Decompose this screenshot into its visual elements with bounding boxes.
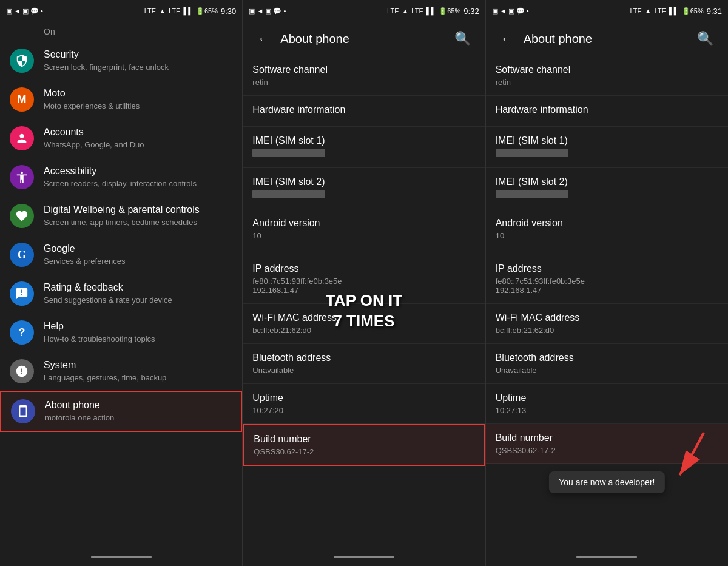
accessibility-title: Accessibility — [44, 165, 232, 178]
status-right-3: LTE ▲ LTE ▌▌ 🔋65% 9:31 — [630, 7, 722, 16]
about-item-hardware-2[interactable]: Hardware information — [486, 96, 728, 127]
about-phone-title: About phone — [45, 399, 231, 412]
search-button-3[interactable]: 🔍 — [692, 26, 718, 52]
about-item-bluetooth-1[interactable]: Bluetooth address Unavailable — [243, 344, 485, 384]
imei1-redacted-2 — [496, 149, 568, 157]
about-item-imei1-1[interactable]: IMEI (SIM slot 1) — [243, 127, 485, 168]
status-right-2: LTE ▲ LTE ▌▌ 🔋65% 9:32 — [387, 7, 479, 16]
screen-container: ▣ ◄ ▣ 💬 • LTE ▲ LTE ▌▌ 🔋65% 9:30 On Secu — [0, 0, 728, 566]
app-bar-2: ← About phone 🔍 — [243, 22, 485, 56]
about-item-build-2[interactable]: Build number QSBS30.62-17-2 — [486, 424, 728, 464]
security-title: Security — [44, 49, 232, 61]
wifi-value-2: bc:ff:eb:21:62:d0 — [496, 326, 718, 335]
lte2-icon-3: LTE — [655, 7, 666, 15]
moto-subtitle: Moto experiences & utilities — [44, 101, 232, 112]
about-list-1[interactable]: Software channel retin Hardware informat… — [243, 56, 485, 548]
nav-pill-1 — [91, 556, 152, 558]
software-channel-title-1: Software channel — [252, 64, 475, 75]
settings-item-moto[interactable]: M Moto Moto experiences & utilities — [0, 80, 242, 119]
google-text: Google Services & preferences — [44, 243, 232, 267]
build-title-1: Build number — [254, 434, 474, 445]
digital-wellbeing-icon — [10, 204, 34, 228]
divider-2 — [486, 252, 728, 252]
status-icons-3: ▣ ◄ ▣ 💬 • — [492, 7, 529, 15]
panel-settings-main: ▣ ◄ ▣ 💬 • LTE ▲ LTE ▌▌ 🔋65% 9:30 On Secu — [0, 0, 243, 566]
about-item-wifi-1[interactable]: Wi-Fi MAC address bc:ff:eb:21:62:d0 — [243, 304, 485, 344]
imei1-value-2 — [496, 149, 718, 159]
system-text: System Languages, gestures, time, backup — [44, 359, 232, 383]
app-bar-title-3: About phone — [524, 32, 692, 46]
settings-item-system[interactable]: System Languages, gestures, time, backup — [0, 352, 242, 391]
status-bar-2: ▣ ◄ ▣ 💬 • LTE ▲ LTE ▌▌ 🔋65% 9:32 — [243, 0, 485, 22]
help-title: Help — [44, 320, 232, 333]
system-title: System — [44, 359, 232, 372]
system-subtitle: Languages, gestures, time, backup — [44, 373, 232, 383]
about-item-ip-2[interactable]: IP address fe80::7c51:93ff:fe0b:3e5e 192… — [486, 255, 728, 304]
settings-item-help[interactable]: ? Help How-to & troubleshooting topics — [0, 313, 242, 352]
about-item-software-channel-2[interactable]: Software channel retin — [486, 56, 728, 96]
nav-bar-1 — [0, 548, 242, 566]
build-title-2: Build number — [496, 433, 718, 443]
about-item-imei2-2[interactable]: IMEI (SIM slot 2) — [486, 168, 728, 209]
bluetooth-value-2: Unavailable — [496, 366, 718, 375]
settings-item-rating-feedback[interactable]: Rating & feedback Send suggestions & rat… — [0, 274, 242, 313]
about-item-hardware-1[interactable]: Hardware information — [243, 96, 485, 127]
wifi-value-1: bc:ff:eb:21:62:d0 — [252, 326, 475, 335]
about-item-wifi-2[interactable]: Wi-Fi MAC address bc:ff:eb:21:62:d0 — [486, 304, 728, 344]
status-time-1: 9:30 — [221, 7, 236, 16]
about-item-imei2-1[interactable]: IMEI (SIM slot 2) — [243, 168, 485, 209]
lte-icon-3: LTE — [630, 7, 641, 15]
help-subtitle: How-to & troubleshooting topics — [44, 334, 232, 345]
rating-feedback-text: Rating & feedback Send suggestions & rat… — [44, 281, 232, 306]
imei1-title-2: IMEI (SIM slot 1) — [496, 135, 718, 146]
ip-value-1: fe80::7c51:93ff:fe0b:3e5e 192.168.1.47 — [252, 277, 475, 295]
bluetooth-value-1: Unavailable — [252, 366, 475, 375]
nav-bar-2 — [243, 548, 485, 566]
accounts-title: Accounts — [44, 126, 232, 139]
about-item-android-1[interactable]: Android version 10 — [243, 209, 485, 249]
search-button-2[interactable]: 🔍 — [450, 26, 476, 52]
app-bar-title-2: About phone — [280, 32, 449, 46]
software-channel-value-2: retin — [496, 78, 718, 87]
back-button-3[interactable]: ← — [496, 26, 519, 52]
moto-icon: M — [10, 87, 34, 112]
signal-icon-2: ▌▌ — [426, 7, 436, 15]
help-text: Help How-to & troubleshooting topics — [44, 320, 232, 345]
on-text: On — [0, 22, 242, 41]
settings-list[interactable]: Security Screen lock, fingerprint, face … — [0, 41, 242, 548]
signal-icon-3: ▌▌ — [669, 7, 679, 15]
moto-text: Moto Moto experiences & utilities — [44, 87, 232, 112]
about-item-bluetooth-2[interactable]: Bluetooth address Unavailable — [486, 344, 728, 384]
settings-item-security[interactable]: Security Screen lock, fingerprint, face … — [0, 41, 242, 80]
about-item-ip-1[interactable]: IP address fe80::7c51:93ff:fe0b:3e5e 192… — [243, 255, 485, 304]
about-item-uptime-2[interactable]: Uptime 10:27:13 — [486, 384, 728, 424]
imei2-redacted-2 — [496, 190, 568, 198]
status-right-1: LTE ▲ LTE ▌▌ 🔋65% 9:30 — [144, 7, 237, 16]
panel-about-phone-1: ▣ ◄ ▣ 💬 • LTE ▲ LTE ▌▌ 🔋65% 9:32 ← About… — [243, 0, 485, 566]
moto-title: Moto — [44, 87, 232, 100]
security-icon — [10, 49, 34, 73]
about-phone-text: About phone motorola one action — [45, 399, 231, 423]
about-item-build-1[interactable]: Build number QSBS30.62-17-2 — [243, 424, 485, 466]
about-item-software-channel-1[interactable]: Software channel retin — [243, 56, 485, 96]
imei2-redacted-1 — [252, 190, 325, 198]
google-subtitle: Services & preferences — [44, 257, 232, 267]
google-title: Google — [44, 243, 232, 255]
software-channel-title-2: Software channel — [496, 64, 718, 75]
settings-item-google[interactable]: G Google Services & preferences — [0, 235, 242, 274]
settings-item-digital-wellbeing[interactable]: Digital Wellbeing & parental controls Sc… — [0, 197, 242, 235]
settings-item-accessibility[interactable]: Accessibility Screen readers, display, i… — [0, 158, 242, 197]
about-item-uptime-1[interactable]: Uptime 10:27:20 — [243, 384, 485, 424]
accounts-text: Accounts WhatsApp, Google, and Duo — [44, 126, 232, 150]
settings-item-about-phone[interactable]: About phone motorola one action — [0, 391, 242, 432]
about-item-imei1-2[interactable]: IMEI (SIM slot 1) — [486, 127, 728, 168]
status-left-3: ▣ ◄ ▣ 💬 • — [492, 7, 529, 15]
build-value-1: QSBS30.62-17-2 — [254, 447, 474, 456]
digital-wellbeing-text: Digital Wellbeing & parental controls Sc… — [44, 204, 232, 228]
imei2-title-2: IMEI (SIM slot 2) — [496, 177, 718, 187]
about-item-android-2[interactable]: Android version 10 — [486, 209, 728, 249]
hardware-title-1: Hardware information — [252, 104, 475, 115]
settings-item-accounts[interactable]: Accounts WhatsApp, Google, and Duo — [0, 119, 242, 158]
ip-title-1: IP address — [252, 263, 475, 274]
back-button-2[interactable]: ← — [252, 26, 275, 52]
